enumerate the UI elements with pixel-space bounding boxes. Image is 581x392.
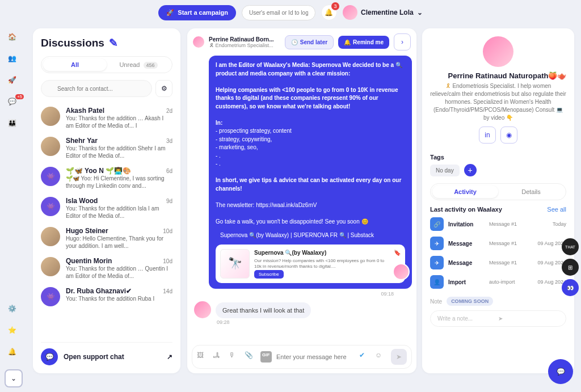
conv-time: 10d <box>163 258 172 264</box>
activity-msg: Message #1 <box>489 221 548 227</box>
activity-type: Import <box>448 279 485 285</box>
search-contact-input[interactable] <box>41 80 152 97</box>
activity-type: Invitation <box>448 221 485 227</box>
conv-time: 2d <box>166 108 172 114</box>
external-link-icon: ↗ <box>167 353 172 361</box>
avatar <box>393 263 410 280</box>
conv-name: Akash Patel <box>66 107 104 115</box>
discussions-heading: Discussions ✎ <box>41 36 172 49</box>
tab-unread[interactable]: Unread 456 <box>107 58 170 71</box>
template-icon[interactable]: 🖼 <box>197 351 208 363</box>
avatar <box>41 107 60 126</box>
send-button[interactable]: ➤ <box>391 349 407 365</box>
activity-msg: auto-import <box>489 279 533 285</box>
tab-details[interactable]: Details <box>498 186 564 198</box>
add-tag-button[interactable]: + <box>464 164 477 176</box>
image-icon[interactable]: 🏞 <box>213 351 224 363</box>
message-out: I am the Editor of Waalaxy's Media: Supe… <box>209 56 412 289</box>
dock-grid-icon[interactable]: ⊞ <box>562 259 579 276</box>
profile-emoji: 🍑🫖 <box>548 71 566 80</box>
conversation-item[interactable]: 👾Dr. Ruba Ghaznavi✔14dYou: Thanks for th… <box>41 283 172 310</box>
nav-settings-icon[interactable]: ⚙️ <box>8 305 19 316</box>
link-card[interactable]: 🔭 Supernova 🔍(by Waalaxy) Our mission? H… <box>216 245 405 284</box>
avatar: 👾 <box>41 197 60 216</box>
conv-snippet: 🌱🦋 Yoo: Hi Clementine, I was sorting thr… <box>66 175 172 189</box>
attach-icon[interactable]: 📎 <box>245 351 256 363</box>
tag-chip[interactable]: No day <box>430 165 460 176</box>
bell-icon: 🔔 <box>344 39 351 45</box>
activity-type: Message <box>448 260 485 266</box>
check-icon[interactable]: ✔ <box>359 351 371 363</box>
nav-people-icon[interactable]: 👥 <box>8 54 19 66</box>
message-input[interactable] <box>276 353 355 360</box>
conv-snippet: You: Thanks for the addition … Akash I a… <box>66 115 172 129</box>
conversation-item[interactable]: Akash Patel2dYou: Thanks for the additio… <box>41 103 172 133</box>
instagram-button[interactable]: ◉ <box>500 127 517 144</box>
start-campaign-button[interactable]: 🚀 Start a campaign <box>158 5 236 20</box>
avatar: 👾 <box>41 167 60 186</box>
nav-messages-icon[interactable]: 💬+5 <box>8 98 19 109</box>
conversation-item[interactable]: 👾Isla Wood9dYou: Thanks for the addition… <box>41 193 172 223</box>
send-later-button[interactable]: 🕒 Send later <box>285 35 334 49</box>
nav-rocket-icon[interactable]: 🚀 <box>8 76 19 87</box>
conv-name: Shehr Yar <box>66 137 98 145</box>
collapse-sidebar-button[interactable]: ⌄ <box>5 369 23 387</box>
chat-icon: 💬 <box>41 348 58 365</box>
profile-description: 🎗 Endometriosis Specialist. I help women… <box>430 82 566 122</box>
conv-time: 14d <box>163 288 172 294</box>
expand-button[interactable]: › <box>394 33 411 50</box>
mic-icon[interactable]: 🎙 <box>229 351 240 363</box>
conv-time: 9d <box>166 198 172 204</box>
subscribe-button[interactable]: Subscribe <box>254 270 284 279</box>
notifications-button[interactable]: 🔔 3 <box>321 5 337 20</box>
alien-icon: 👾 <box>47 203 55 210</box>
note-input[interactable]: Write a note... ➤ <box>430 310 566 327</box>
conv-name: Dr. Ruba Ghaznavi✔ <box>66 287 132 295</box>
chevron-down-icon: ⌄ <box>417 9 423 16</box>
conversation-item[interactable]: 👾🌱🦋 Yoo N 🌱👨‍💻🎨6d🌱🦋 Yoo: Hi Clementine, … <box>41 163 172 193</box>
conv-snippet: You: Thanks for the addition Shehr I am … <box>66 145 172 159</box>
profile-avatar <box>483 36 513 67</box>
nav-alerts-icon[interactable]: 🔔 <box>8 348 19 359</box>
see-all-link[interactable]: See all <box>547 206 566 213</box>
chevron-right-icon: › <box>401 38 403 46</box>
nav-team-icon[interactable]: 👪 <box>8 119 19 130</box>
conversation-item[interactable]: Quentin Morin10dYou: Thanks for the addi… <box>41 253 172 283</box>
conversation-item[interactable]: Hugo Steiner10dHugo: Hello Clementine, T… <box>41 223 172 253</box>
avatar <box>194 301 211 318</box>
avatar: 👾 <box>41 287 60 306</box>
avatar <box>343 5 357 20</box>
tab-activity[interactable]: Activity <box>432 186 498 198</box>
intercom-fab[interactable]: 💬 <box>548 359 573 384</box>
message-composer: 🖼 🏞 🎙 📎 GIF ✔ ☺ ➤ <box>192 345 412 369</box>
avatar <box>193 36 204 48</box>
send-icon: ➤ <box>498 315 559 322</box>
top-search-input[interactable] <box>242 5 315 20</box>
message-in-time: 09:28 <box>217 319 412 325</box>
dock-that[interactable]: THAT <box>562 238 579 255</box>
alien-icon: 👾 <box>47 172 55 180</box>
remind-me-label: Remind me <box>353 39 384 45</box>
compose-icon[interactable]: ✎ <box>109 36 118 49</box>
linkedin-button[interactable]: in <box>479 127 496 144</box>
nav-star-icon[interactable]: ⭐ <box>8 326 19 338</box>
user-menu[interactable]: Clementine Lola ⌄ <box>343 5 423 20</box>
conv-name: Isla Wood <box>66 197 98 205</box>
open-support-chat[interactable]: 💬 Open support chat ↗ <box>41 342 172 365</box>
tab-all[interactable]: All <box>43 58 107 71</box>
gif-icon[interactable]: GIF <box>260 351 272 363</box>
conv-name: Quentin Morin <box>66 257 112 265</box>
chat-contact-sub: 🎗 Endometrium Specialist... <box>209 43 280 48</box>
nav-home-icon[interactable]: 🏠 <box>8 33 19 44</box>
avatar <box>41 137 60 156</box>
conversation-item[interactable]: Shehr Yar3dYou: Thanks for the addition … <box>41 133 172 163</box>
conv-snippet: You: Thanks for the addition … Quentin I… <box>66 265 172 279</box>
ribbon-icon: 🎗 <box>445 83 453 89</box>
activity-type: Message <box>448 241 485 247</box>
filter-button[interactable]: ⚙ <box>155 80 172 97</box>
emoji-icon[interactable]: ☺ <box>375 351 386 363</box>
remind-me-button[interactable]: 🔔 Remind me <box>338 36 389 49</box>
dock-eyes-icon[interactable]: 👀 <box>562 279 579 296</box>
activity-row: ✈MessageMessage #109 Aug 2024 <box>430 237 566 250</box>
link-card-desc: Our mission? Help companies with <100 em… <box>254 258 389 269</box>
